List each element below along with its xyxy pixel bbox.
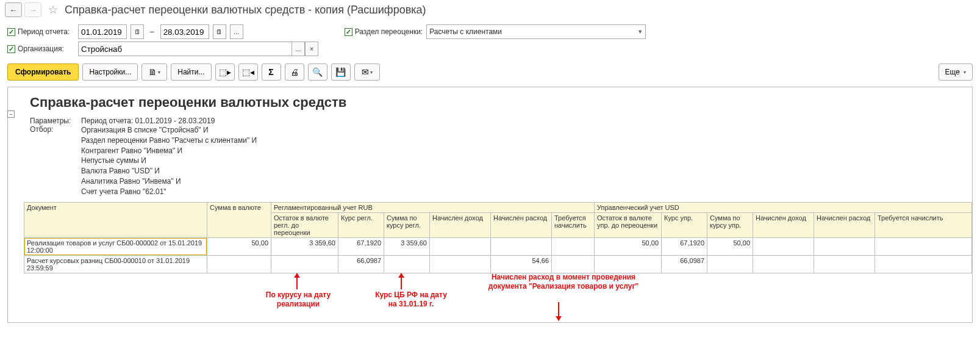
cell-sum-rate-u: 50,00 <box>707 237 753 255</box>
filter-lines: Организация В списке "Стройснаб" И Разде… <box>81 125 257 197</box>
nav-back-button[interactable]: ← <box>5 2 22 17</box>
org-ellipsis-button[interactable]: ... <box>291 42 305 56</box>
col-bal-before-u: Остаток в валюте упр. до переоценки <box>595 212 662 237</box>
section-select-value: Расчеты с клиентами <box>429 27 502 36</box>
calendar-from-button[interactable]: 🗓 <box>131 24 144 39</box>
print-button[interactable]: 🖨 <box>285 63 304 81</box>
col-rate-reg: Курс регл. <box>338 212 384 237</box>
report-title: Справка-расчет переоценки валютных средс… <box>30 95 972 110</box>
org-clear-button[interactable]: × <box>305 42 318 56</box>
org-checkbox-label[interactable]: ✓ Организация: <box>7 45 74 53</box>
page-title: Справка-расчет переоценки валютных средс… <box>65 4 426 16</box>
cell-doc: Реализация товаров и услуг СБ00-000002 о… <box>24 237 207 255</box>
nav-forward-button[interactable]: → <box>24 2 41 17</box>
chevron-down-icon: ▼ <box>637 29 643 35</box>
cell-amount-cur: 50,00 <box>207 237 271 255</box>
params-label: Параметры: <box>30 117 73 125</box>
cell-expense <box>491 237 552 255</box>
cell-income <box>430 255 491 273</box>
cell-income-u <box>753 237 814 255</box>
cell-expense: 54,66 <box>491 255 552 273</box>
section-select[interactable]: Расчеты с клиентами ▼ <box>426 24 646 39</box>
col-doc: Документ <box>24 202 207 237</box>
calendar-to-button[interactable]: 🗓 <box>213 24 226 39</box>
variants-button[interactable]: 🗎▾ <box>141 63 167 81</box>
cell-bal-before: 3 359,60 <box>271 237 338 255</box>
cell-expense-u <box>814 255 875 273</box>
col-group-mgmt: Управленческий учет USD <box>595 202 972 212</box>
cell-required <box>552 237 595 255</box>
settings-button[interactable]: Настройки... <box>82 63 138 81</box>
col-amount-cur: Сумма в валюте <box>207 202 271 237</box>
cell-doc: Расчет курсовых разниц СБ00-000010 от 31… <box>24 255 207 273</box>
period-checkbox-label[interactable]: ✓ Период отчета: <box>7 27 74 36</box>
table-row[interactable]: Расчет курсовых разниц СБ00-000010 от 31… <box>24 255 972 273</box>
cell-rate-u: 67,1920 <box>662 237 707 255</box>
cell-sum-rate-reg <box>384 255 430 273</box>
collapse-toggle[interactable]: – <box>7 110 15 118</box>
checkbox-icon: ✓ <box>7 28 15 36</box>
report-grid-wrap: Начислен расход в момент проведения доку… <box>24 202 972 273</box>
cell-amount-cur <box>207 255 271 273</box>
section-label-text: Раздел переоценки: <box>355 27 423 36</box>
col-expense: Начислен расход <box>491 212 552 237</box>
col-sum-rate-reg: Сумма по курсу регл. <box>384 212 430 237</box>
favorite-star-icon[interactable]: ☆ <box>48 4 59 15</box>
cell-bal-before-u: 50,00 <box>595 237 662 255</box>
date-to-input[interactable] <box>160 24 209 39</box>
cell-sum-rate-reg: 3 359,60 <box>384 237 430 255</box>
date-separator: – <box>150 27 154 36</box>
arrow-up-icon <box>296 273 298 289</box>
preview-button[interactable]: 🔍 <box>308 63 327 81</box>
collapse-all-button[interactable]: ⬚◂ <box>238 63 258 81</box>
cell-income <box>430 237 491 255</box>
filter-label: Отбор: <box>30 125 73 197</box>
report-grid: Документ Сумма в валюте Регламентированн… <box>24 202 972 273</box>
period-label-text: Период отчета: <box>18 27 70 36</box>
cell-bal-before <box>271 255 338 273</box>
cell-required-u <box>875 255 972 273</box>
col-income-u: Начислен доход <box>753 212 814 237</box>
cell-rate-reg: 67,1920 <box>338 237 384 255</box>
email-button[interactable]: ✉▾ <box>354 63 380 81</box>
arrow-up-icon <box>401 273 402 289</box>
more-button[interactable]: Еще▾ <box>939 63 973 81</box>
col-income: Начислен доход <box>430 212 491 237</box>
form-button[interactable]: Сформировать <box>7 63 79 81</box>
checkbox-icon: ✓ <box>345 28 352 36</box>
col-sum-rate-u: Сумма по курсу упр. <box>707 212 753 237</box>
org-label-text: Организация: <box>18 45 64 53</box>
cell-required-u <box>875 237 972 255</box>
cell-expense-u <box>814 237 875 255</box>
save-button[interactable]: 💾 <box>331 63 351 81</box>
col-required-u: Требуется начислить <box>875 212 972 237</box>
col-bal-before: Остаток в валюте регл. до переоценки <box>271 212 338 237</box>
params-value: Период отчета: 01.01.2019 - 28.03.2019 <box>81 117 215 125</box>
annotation-bottom-1: По курусу на дату реализации <box>246 291 350 309</box>
cell-sum-rate-u <box>707 255 753 273</box>
cell-rate-u: 66,0987 <box>662 255 707 273</box>
period-ellipsis-button[interactable]: ... <box>230 24 243 39</box>
cell-rate-reg: 66,0987 <box>338 255 384 273</box>
col-group-reg: Регламентированный учет RUB <box>271 202 595 212</box>
date-from-input[interactable] <box>78 24 127 39</box>
table-row[interactable]: Реализация товаров и услуг СБ00-000002 о… <box>24 237 972 255</box>
cell-required <box>552 255 595 273</box>
col-expense-u: Начислен расход <box>814 212 875 237</box>
sum-button[interactable]: Σ <box>262 63 281 81</box>
cell-income-u <box>753 255 814 273</box>
annotation-bottom-2: Курс ЦБ РФ на дату на 31.01.19 г. <box>353 291 469 309</box>
col-required: Требуется начислить <box>552 212 595 237</box>
col-rate-u: Курс упр. <box>662 212 707 237</box>
org-input[interactable] <box>78 42 291 56</box>
checkbox-icon: ✓ <box>7 45 15 53</box>
expand-all-button[interactable]: ⬚▸ <box>215 63 235 81</box>
cell-bal-before-u <box>595 255 662 273</box>
find-button[interactable]: Найти... <box>171 63 211 81</box>
